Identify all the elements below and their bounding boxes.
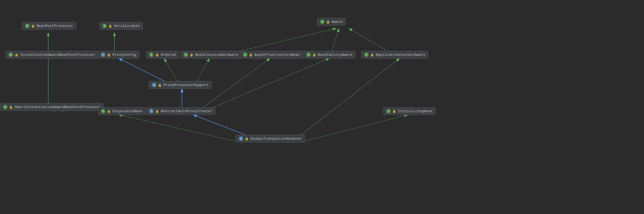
lock-icon: 🔒	[31, 24, 35, 28]
interface-icon: i	[3, 105, 7, 109]
node-InitializingBean[interactable]: i 🔒 InitializingBean	[383, 107, 435, 115]
node-label: DisposableBean	[112, 109, 143, 113]
interface-icon: i	[9, 53, 13, 57]
node-label: InitializingBean	[398, 109, 432, 113]
node-label: BeanFactoryAware	[318, 53, 352, 57]
node-ProxyProcessorSupport[interactable]: C 🔒 ProxyProcessorSupport	[149, 81, 212, 89]
lock-icon: 🔒	[158, 83, 162, 87]
node-GlobalTransactionScanner[interactable]: C 🔒 GlobalTransactionScanner	[236, 135, 305, 142]
class-icon: C	[101, 53, 105, 57]
interface-icon: i	[243, 53, 247, 57]
node-label: Ordered	[161, 53, 176, 57]
node-BeanFactoryAware[interactable]: i 🔒 BeanFactoryAware	[303, 51, 355, 59]
lock-icon: 🔒	[107, 109, 111, 113]
interface-icon: i	[149, 53, 154, 57]
lock-icon: 🔒	[370, 53, 374, 57]
node-AopInfrastructureBean[interactable]: i 🔒 AopInfrastructureBean	[240, 51, 303, 59]
interface-icon: i	[306, 53, 311, 57]
svg-line-18	[119, 115, 240, 142]
node-ProxyConfig[interactable]: C 🔒 ProxyConfig	[98, 51, 139, 59]
class-icon: C	[239, 136, 243, 141]
node-label: Serializable	[114, 24, 140, 28]
node-label: BeanPostProcessor	[37, 24, 73, 28]
class-icon: C	[149, 109, 154, 113]
lock-icon: 🔒	[326, 20, 330, 24]
interface-icon: i	[364, 53, 369, 57]
interface-icon: i	[320, 20, 324, 24]
lock-icon: 🔒	[107, 53, 111, 57]
interface-icon: i	[25, 24, 29, 28]
lock-icon: 🔒	[249, 53, 253, 57]
lock-icon: 🔒	[392, 109, 396, 113]
lock-icon: 🔒	[312, 53, 316, 57]
node-InstantiationAwareBeanPostProcessor[interactable]: i 🔒 InstantiationAwareBeanPostProcessor	[6, 51, 98, 59]
lock-icon: 🔒	[155, 53, 159, 57]
node-label: AbstractAutoProxyCreator	[161, 109, 212, 113]
node-DisposableBean[interactable]: i 🔒 DisposableBean	[98, 107, 146, 115]
svg-line-20	[298, 58, 400, 138]
node-SmartInstantiationAwareBeanPostProcessor[interactable]: i 🔒 SmartInstantiationAwareBeanPostProce…	[0, 103, 104, 111]
node-label: ProxyConfig	[112, 53, 136, 57]
node-label: SmartInstantiationAwareBeanPostProcessor	[15, 105, 101, 109]
node-Aware[interactable]: i 🔒 Aware	[317, 18, 345, 26]
node-AbstractAutoProxyCreator[interactable]: C 🔒 AbstractAutoProxyCreator	[146, 107, 215, 115]
node-Serializable[interactable]: i 🔒 Serializable	[99, 22, 143, 30]
node-label: InstantiationAwareBeanPostProcessor	[20, 53, 95, 57]
lock-icon: 🔒	[190, 53, 194, 57]
svg-line-16	[207, 58, 329, 110]
node-label: GlobalTransactionScanner	[250, 137, 302, 141]
interface-icon: i	[386, 109, 391, 113]
svg-line-19	[300, 115, 408, 142]
interface-icon: i	[102, 24, 107, 28]
interface-icon: i	[184, 53, 188, 57]
lock-icon: 🔒	[245, 137, 249, 141]
node-label: ApplicationContextAware	[376, 53, 425, 57]
lock-icon: 🔒	[9, 105, 13, 109]
lock-icon: 🔒	[108, 24, 112, 28]
node-label: AopInfrastructureBean	[254, 53, 300, 57]
node-Ordered[interactable]: i 🔒 Ordered	[146, 51, 179, 59]
class-icon: C	[152, 83, 156, 87]
node-ApplicationContextAware[interactable]: i 🔒 ApplicationContextAware	[361, 51, 428, 59]
lock-icon: 🔒	[155, 109, 159, 113]
node-BeanClassLoaderAware[interactable]: i 🔒 BeanClassLoaderAware	[181, 51, 241, 59]
lock-icon: 🔒	[15, 53, 18, 57]
interface-icon: i	[101, 109, 105, 113]
node-label: ProxyProcessorSupport	[163, 83, 209, 87]
node-label: Aware	[332, 20, 342, 24]
node-label: BeanClassLoaderAware	[195, 53, 238, 57]
node-BeanPostProcessor[interactable]: i 🔒 BeanPostProcessor	[22, 22, 76, 30]
diagram-container: i 🔒 BeanPostProcessor i 🔒 Serializable i…	[0, 0, 644, 214]
